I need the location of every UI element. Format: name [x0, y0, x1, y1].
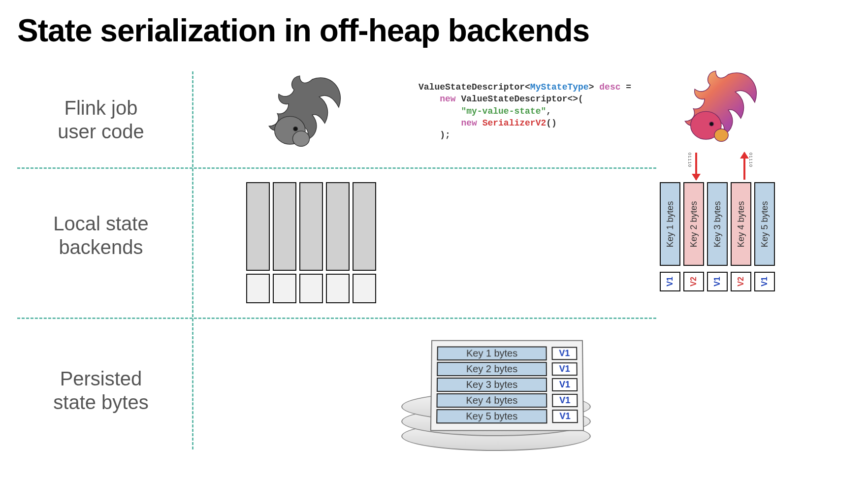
- persisted-row: Key 1 bytes V1: [437, 347, 578, 361]
- row-label-local-state: Local state backends: [17, 212, 185, 259]
- persisted-storage: Key 1 bytes V1 Key 2 bytes V1 Key 3 byte…: [418, 335, 583, 463]
- vertical-divider: [192, 71, 193, 449]
- version-cell: V1: [660, 272, 680, 291]
- persisted-version: V1: [551, 347, 577, 360]
- persisted-key: Key 4 bytes: [437, 393, 547, 408]
- bytes-cell: Key 2 bytes: [683, 182, 704, 266]
- flink-squirrel-color-icon: [679, 64, 763, 148]
- row-label-user-code: Flink job user code: [17, 96, 185, 143]
- code-text: >: [589, 82, 600, 92]
- bytes-label: Key 5 bytes: [760, 201, 770, 247]
- persisted-version: V1: [552, 394, 578, 407]
- persisted-key: Key 1 bytes: [437, 347, 547, 361]
- placeholder-tall: [273, 182, 296, 271]
- code-kw: new: [418, 118, 477, 128]
- bytes-cell: Key 1 bytes: [660, 182, 680, 266]
- placeholder-tall: [299, 182, 323, 271]
- code-serializer: SerializerV2: [477, 118, 546, 128]
- code-var: desc: [599, 82, 620, 92]
- bytes-cell: Key 4 bytes: [731, 182, 751, 266]
- svg-point-1: [293, 131, 310, 146]
- bytes-cell: Key 5 bytes: [754, 182, 775, 266]
- horizontal-divider-2: [17, 318, 656, 319]
- code-text: );: [418, 130, 450, 140]
- placeholder-short: [273, 274, 296, 303]
- bytes-col: Key 4 bytes V2: [731, 182, 751, 291]
- placeholder-short: [326, 274, 350, 303]
- arrow-up-icon: [743, 153, 745, 180]
- persisted-row: Key 3 bytes V1: [437, 378, 578, 392]
- code-snippet: ValueStateDescriptor<MyStateType> desc =…: [418, 81, 631, 141]
- placeholder-short: [353, 274, 376, 303]
- persisted-panel: Key 1 bytes V1 Key 2 bytes V1 Key 3 byte…: [430, 340, 584, 431]
- bytes-label: Key 4 bytes: [736, 201, 746, 247]
- code-text: =: [621, 82, 632, 92]
- persisted-row: Key 4 bytes V1: [437, 393, 578, 408]
- code-string: "my-value-state": [418, 106, 546, 116]
- code-text: ValueStateDescriptor<>(: [456, 94, 583, 104]
- bytes-label: Key 3 bytes: [712, 201, 723, 247]
- version-cell: V1: [754, 272, 775, 291]
- code-text: ValueStateDescriptor<: [418, 82, 530, 92]
- arrow-down-icon: [695, 153, 697, 180]
- placeholder-short: [299, 274, 323, 303]
- placeholder-col: [299, 182, 323, 303]
- version-tag: V1: [666, 277, 675, 287]
- bytes-col: Key 5 bytes V1: [754, 182, 775, 291]
- slide-title: State serialization in off-heap backends: [17, 12, 589, 49]
- local-state-bytes: Key 1 bytes V1 Key 2 bytes V2 Key 3 byte…: [660, 182, 775, 291]
- arrow-bits-label: 01110: [687, 153, 692, 167]
- svg-point-5: [709, 122, 714, 127]
- bytes-cell: Key 3 bytes: [707, 182, 728, 266]
- svg-point-2: [293, 127, 298, 131]
- persisted-version: V1: [552, 378, 578, 391]
- row-label-persisted: Persisted state bytes: [17, 367, 185, 414]
- persisted-row: Key 2 bytes V1: [437, 362, 578, 376]
- placeholder-col: [246, 182, 270, 303]
- version-cell: V1: [707, 272, 728, 291]
- version-cell: V2: [731, 272, 751, 291]
- placeholder-tall: [246, 182, 270, 271]
- persisted-version: V1: [552, 410, 578, 423]
- placeholder-short: [246, 274, 270, 303]
- svg-point-4: [714, 129, 728, 142]
- bytes-col: Key 2 bytes V2: [683, 182, 704, 291]
- persisted-key: Key 2 bytes: [437, 362, 547, 376]
- code-kw: new: [418, 94, 456, 104]
- bytes-label: Key 1 bytes: [665, 201, 675, 247]
- code-text: ,: [546, 106, 551, 116]
- placeholder-tall: [326, 182, 350, 271]
- placeholder-col: [353, 182, 376, 303]
- code-text: (): [546, 118, 557, 128]
- bytes-col: Key 1 bytes V1: [660, 182, 680, 291]
- version-cell: V2: [683, 272, 704, 291]
- placeholder-col: [273, 182, 296, 303]
- bytes-col: Key 3 bytes V1: [707, 182, 728, 291]
- bytes-label: Key 2 bytes: [689, 201, 699, 247]
- version-tag: V1: [760, 277, 769, 287]
- persisted-key: Key 5 bytes: [436, 409, 547, 423]
- persisted-row: Key 5 bytes V1: [436, 409, 578, 423]
- persisted-key: Key 3 bytes: [437, 378, 547, 392]
- version-tag: V2: [689, 277, 698, 287]
- version-tag: V2: [737, 277, 745, 287]
- flink-squirrel-icon: [263, 69, 347, 153]
- placeholder-col: [326, 182, 350, 303]
- persisted-version: V1: [552, 362, 578, 376]
- placeholder-tall: [353, 182, 376, 271]
- placeholder-columns: [246, 182, 376, 303]
- code-type: MyStateType: [530, 82, 589, 92]
- horizontal-divider-1: [17, 167, 656, 169]
- version-tag: V1: [713, 277, 722, 287]
- arrow-bits-label: 01110: [748, 153, 753, 167]
